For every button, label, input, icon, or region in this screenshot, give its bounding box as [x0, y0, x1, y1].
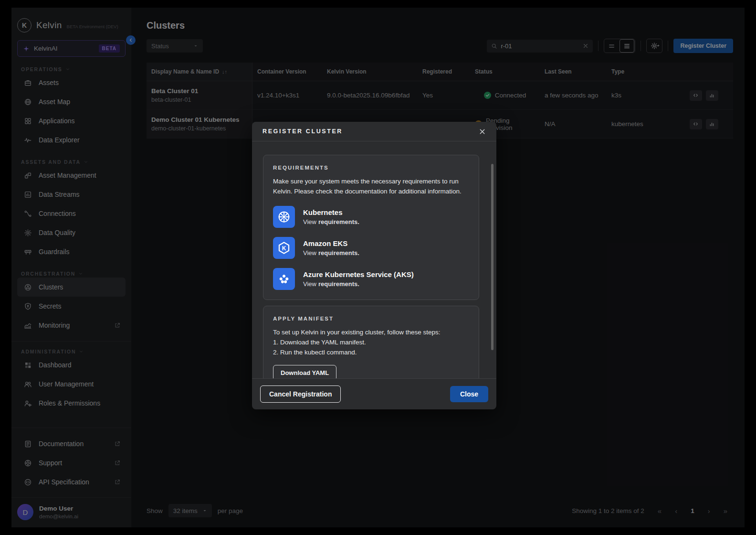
download-yaml-button[interactable]: Download YAML	[273, 365, 336, 378]
view-requirements-link[interactable]: Viewrequirements.	[303, 249, 359, 257]
requirement-kubernetes: Kubernetes Viewrequirements.	[273, 206, 469, 228]
modal-title: REGISTER CLUSTER	[262, 128, 343, 135]
svg-text:K: K	[282, 245, 286, 251]
azure-aks-icon	[273, 268, 295, 290]
requirement-azure-aks: Azure Kubernetes Service (AKS) Viewrequi…	[273, 268, 469, 290]
requirement-name: Amazon EKS	[303, 239, 359, 247]
modal-body: REQUIREMENTS Make sure your system meets…	[252, 141, 496, 378]
requirements-card: REQUIREMENTS Make sure your system meets…	[263, 155, 479, 300]
requirement-amazon-eks: K Amazon EKS Viewrequirements.	[273, 237, 469, 259]
requirements-heading: REQUIREMENTS	[273, 165, 469, 171]
requirement-name: Kubernetes	[303, 208, 359, 216]
apply-manifest-step: 1. Download the YAML manifest.	[273, 338, 469, 348]
register-cluster-modal: REGISTER CLUSTER REQUIREMENTS Make sure …	[252, 122, 496, 409]
close-button[interactable]: Close	[450, 386, 488, 402]
apply-manifest-intro: To set up Kelvin in your existing cluste…	[273, 328, 469, 338]
modal-footer: Cancel Registration Close	[252, 378, 496, 409]
amazon-eks-icon: K	[273, 237, 295, 259]
apply-manifest-card: APPLY MANIFEST To set up Kelvin in your …	[263, 306, 479, 378]
view-requirements-link[interactable]: Viewrequirements.	[303, 218, 359, 225]
cancel-registration-button[interactable]: Cancel Registration	[260, 385, 341, 403]
requirements-description: Make sure your system meets the necessar…	[273, 177, 469, 197]
apply-manifest-heading: APPLY MANIFEST	[273, 316, 469, 321]
scrollbar-thumb[interactable]	[491, 164, 494, 350]
requirement-name: Azure Kubernetes Service (AKS)	[303, 270, 414, 278]
kubernetes-icon	[273, 206, 295, 228]
view-requirements-link[interactable]: Viewrequirements.	[303, 280, 414, 288]
apply-manifest-step: 2. Run the kubectl command.	[273, 348, 469, 358]
close-icon[interactable]	[479, 128, 486, 135]
